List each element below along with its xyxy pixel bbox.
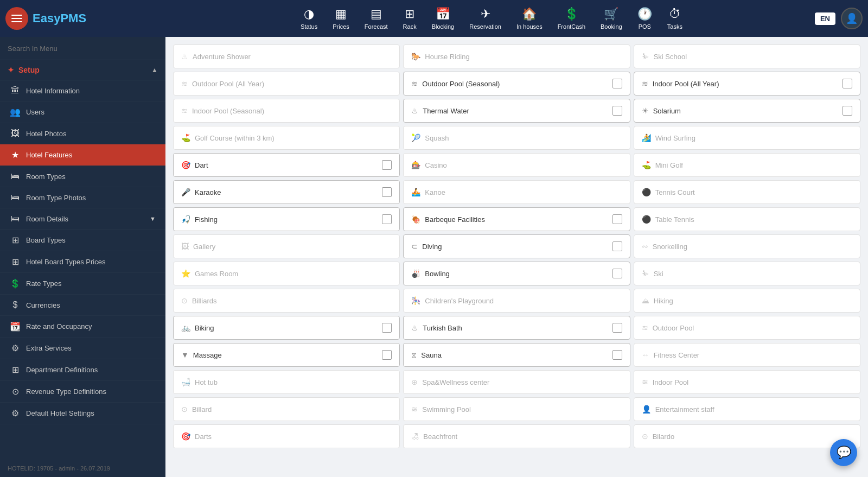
sidebar-item-default-hotel-settings[interactable]: ⚙Default Hotel Settings: [0, 403, 165, 424]
sidebar-item-room-details[interactable]: 🛏Room Details ▼: [0, 208, 165, 230]
feature-label-ski: Ski: [654, 270, 663, 278]
darts-icon: 🎯: [181, 432, 190, 441]
sidebar-item-room-type-photos[interactable]: 🛏Room Type Photos: [0, 187, 165, 208]
feature-item-hot-tub: 🛁 Hot tub: [173, 370, 400, 394]
sidebar-item-department-def[interactable]: ⊞Department Definitions: [0, 359, 165, 381]
feature-item-entertainment-staff: 👤 Entertainment staff: [634, 397, 860, 421]
user-avatar[interactable]: 👤: [841, 8, 863, 29]
sidebar-item-rate-types[interactable]: 💲Rate Types: [0, 273, 165, 295]
feature-item-casino: 🎰 Casino: [403, 153, 630, 177]
outdoor-pool-seasonal-icon: ≋: [411, 79, 418, 88]
nav-right: EN 👤: [815, 8, 863, 29]
room-details-icon: 🛏: [10, 214, 21, 224]
forecast-icon: ▤: [371, 7, 382, 21]
feature-label-fishing: Fishing: [195, 215, 218, 224]
sidebar-item-hotel-info[interactable]: 🏛Hotel Information: [0, 80, 165, 101]
nav-item-rack[interactable]: ⊞Rack: [397, 4, 423, 33]
nav-item-inhouses[interactable]: 🏠In houses: [510, 4, 549, 33]
sidebar-item-room-types[interactable]: 🛏Room Types: [0, 166, 165, 187]
feature-checkbox-outdoor-pool-seasonal[interactable]: [612, 79, 622, 88]
feature-label-entertainment-staff: Entertainment staff: [655, 405, 714, 414]
wind-surfing-icon: 🏄: [642, 133, 651, 142]
feature-checkbox-turkish-bath[interactable]: [612, 323, 622, 333]
feature-checkbox-barbeque-facilities[interactable]: [612, 214, 622, 224]
indoor-pool-all-icon: ≋: [642, 79, 648, 88]
feature-item-sauna: ⧖ Sauna: [403, 343, 630, 367]
language-selector[interactable]: EN: [815, 12, 835, 25]
feature-checkbox-biking[interactable]: [382, 323, 392, 333]
sidebar-item-board-types[interactable]: ⊞Board Types: [0, 230, 165, 251]
feature-checkbox-massage[interactable]: [382, 350, 392, 360]
bowling-icon: 🎳: [411, 269, 420, 278]
feature-checkbox-solarium[interactable]: [843, 106, 852, 116]
feature-item-kanoe: 🚣 Kanoe: [403, 180, 630, 204]
feature-label-fitness-center: Fitness Center: [654, 351, 700, 359]
feature-label-outdoor-pool2: Outdoor Pool: [653, 324, 694, 332]
feature-checkbox-dart[interactable]: [382, 160, 392, 170]
sidebar-menu: 🏛Hotel Information👥Users🖼Hotel Photos★Ho…: [0, 80, 165, 424]
feature-item-adventure-shower: ♨ Adventure Shower: [173, 44, 400, 68]
feature-checkbox-thermal-water[interactable]: [612, 106, 622, 116]
sidebar-item-hotel-features[interactable]: ★Hotel Features: [0, 144, 165, 166]
ski-school-icon: ⛷: [642, 52, 649, 61]
nav-item-frontcash[interactable]: 💲FrontCash: [551, 4, 592, 33]
setup-section-header[interactable]: ✦ Setup ▲: [0, 60, 165, 80]
chat-button[interactable]: 💬: [830, 439, 857, 466]
feature-label-indoor-pool2: Indoor Pool: [653, 378, 689, 386]
fitness-center-icon: ↔: [642, 351, 649, 359]
nav-item-reservation[interactable]: ✈Reservation: [463, 4, 508, 33]
feature-item-karaoke: 🎤 Karaoke: [173, 180, 400, 204]
nav-item-blocking[interactable]: 📅Blocking: [425, 4, 461, 33]
feature-item-barbeque-facilities: 🍖 Barbeque Facilities: [403, 207, 630, 231]
feature-checkbox-diving[interactable]: [612, 241, 622, 251]
feature-item-indoor-pool-all: ≋ Indoor Pool (All Year): [634, 72, 860, 96]
extra-services-icon: ⚙: [10, 343, 21, 353]
sidebar-item-extra-services[interactable]: ⚙Extra Services: [0, 338, 165, 359]
sidebar-item-rate-occupancy[interactable]: 📆Rate and Occupancy: [0, 316, 165, 338]
nav-item-prices[interactable]: ▦Prices: [326, 4, 356, 33]
feature-checkbox-karaoke[interactable]: [382, 187, 392, 197]
feature-label-squash: Squash: [425, 134, 449, 142]
feature-checkbox-indoor-pool-all[interactable]: [843, 79, 852, 88]
feature-checkbox-bowling[interactable]: [612, 269, 622, 278]
hiking-icon: ⛰: [642, 296, 649, 305]
entertainment-staff-icon: 👤: [642, 405, 651, 414]
fishing-icon: 🎣: [181, 215, 190, 224]
feature-item-billiards: ⊙ Billiards: [173, 289, 400, 313]
feature-label-hiking: Hiking: [654, 297, 673, 305]
frontcash-icon: 💲: [564, 7, 579, 21]
biking-icon: 🚲: [181, 323, 190, 332]
sidebar-item-hotel-board-types-prices[interactable]: ⊞Hotel Board Types Prices: [0, 251, 165, 273]
karaoke-icon: 🎤: [181, 188, 190, 196]
feature-label-mini-golf: Mini Golf: [655, 161, 683, 169]
sidebar-item-currencies[interactable]: $Currencies: [0, 295, 165, 316]
search-input[interactable]: [8, 44, 158, 53]
blocking-icon: 📅: [436, 7, 450, 21]
nav-item-status[interactable]: ◑Status: [294, 4, 324, 33]
nav-item-forecast[interactable]: ▤Forecast: [358, 4, 394, 33]
feature-label-casino: Casino: [425, 161, 446, 169]
hourse-riding-icon: 🐎: [411, 52, 420, 61]
nav-item-pos[interactable]: 🕐POS: [631, 4, 659, 33]
department-def-icon: ⊞: [10, 365, 21, 375]
feature-item-massage: ▼ Massage: [173, 343, 400, 367]
sidebar-item-users[interactable]: 👥Users: [0, 101, 165, 123]
nav-item-tasks[interactable]: ⏱Tasks: [661, 4, 689, 33]
feature-label-kanoe: Kanoe: [425, 188, 445, 196]
hamburger-button[interactable]: [5, 7, 28, 30]
nav-item-booking[interactable]: 🛒Booking: [594, 4, 629, 33]
feature-checkbox-sauna[interactable]: [612, 350, 622, 360]
currencies-icon: $: [10, 300, 21, 310]
feature-item-wind-surfing: 🏄 Wind Surfing: [634, 126, 860, 150]
hot-tub-icon: 🛁: [181, 378, 190, 386]
ski-icon: ⛷: [642, 269, 649, 278]
feature-item-swimming-pool: ≋ Swimming Pool: [403, 397, 630, 421]
sidebar-item-hotel-photos[interactable]: 🖼Hotel Photos: [0, 123, 165, 144]
feature-item-biking: 🚲 Biking: [173, 316, 400, 340]
feature-label-dart: Dart: [195, 161, 208, 169]
feature-checkbox-fishing[interactable]: [382, 214, 392, 224]
feature-item-childrens-playground: 🎠 Children's Playground: [403, 289, 630, 313]
sauna-icon: ⧖: [411, 351, 417, 360]
feature-label-outdoor-pool-seasonal: Outdoor Pool (Seasonal): [422, 80, 500, 88]
sidebar-item-revenue-type-def[interactable]: ⊙Revenue Type Definitions: [0, 381, 165, 403]
